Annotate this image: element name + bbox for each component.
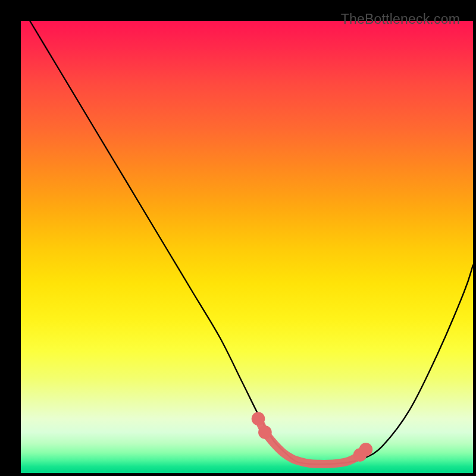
highlight-marker-dot — [258, 425, 272, 439]
bottleneck-curve-line — [30, 21, 473, 464]
highlight-band-line — [258, 419, 366, 464]
chart-frame: TheBottleneck.com — [9, 9, 467, 467]
highlight-markers — [252, 412, 373, 461]
chart-svg — [21, 21, 473, 473]
watermark-text: TheBottleneck.com — [341, 11, 460, 27]
highlight-marker-dot — [252, 412, 265, 425]
highlight-marker-dot — [359, 443, 373, 456]
